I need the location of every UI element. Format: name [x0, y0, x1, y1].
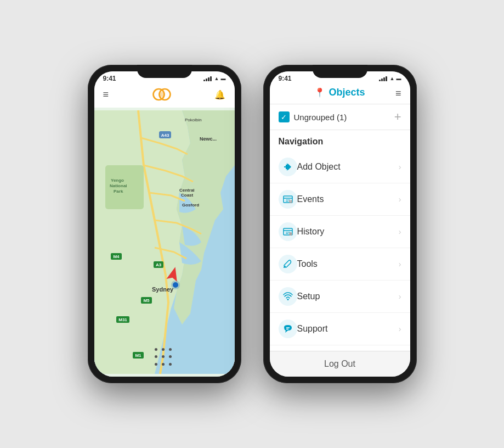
svg-text:Gosford: Gosford	[182, 203, 199, 208]
app-logo	[151, 87, 173, 102]
svg-text:M1: M1	[135, 353, 141, 358]
svg-text:Park: Park	[114, 189, 123, 194]
svg-point-46	[287, 299, 288, 300]
menu-screen: 9:41 ▲ ▬ 📍 Objects ≡ ✓ Ung	[270, 71, 410, 377]
nav-item-tools[interactable]: Tools ›	[270, 248, 410, 281]
objects-label: Objects	[329, 87, 365, 98]
svg-text:Coast: Coast	[181, 193, 194, 198]
ungrouped-checkbox[interactable]: ✓	[279, 111, 290, 122]
ungrouped-bar[interactable]: ✓ Ungrouped (1) +	[270, 104, 410, 130]
navigation-section-title: Navigation	[270, 130, 410, 151]
ungrouped-label: Ungrouped (1)	[294, 113, 347, 122]
events-label: Events	[297, 194, 399, 204]
svg-point-45	[289, 232, 292, 236]
svg-marker-34	[288, 164, 291, 170]
add-object-icon-wrap: +	[279, 158, 297, 176]
nav-item-events[interactable]: Events ›	[270, 183, 410, 216]
events-icon-wrap	[279, 190, 297, 209]
svg-text:M4: M4	[113, 254, 120, 259]
phone-menu: 9:41 ▲ ▬ 📍 Objects ≡ ✓ Ung	[263, 65, 417, 383]
setup-icon	[282, 291, 293, 302]
svg-text:A43: A43	[161, 133, 169, 138]
time-2: 9:41	[279, 75, 292, 82]
status-icons-1: ▲ ▬	[203, 76, 226, 81]
setup-label: Setup	[297, 292, 399, 301]
svg-text:Newc...: Newc...	[200, 136, 217, 142]
bell-icon[interactable]: 🔔	[214, 89, 225, 100]
nav-item-support[interactable]: Support ›	[270, 313, 410, 345]
chevron-add-object: ›	[399, 163, 401, 171]
add-object-label: Add Object	[297, 162, 399, 172]
notch	[137, 65, 192, 78]
events-icon	[282, 194, 293, 205]
support-icon-wrap	[279, 320, 297, 338]
home-dots	[155, 348, 174, 368]
add-object-icon: +	[282, 161, 293, 172]
time-1: 9:41	[103, 75, 116, 82]
tools-label: Tools	[297, 259, 399, 269]
nav-item-add-object[interactable]: + Add Object ›	[270, 151, 410, 183]
nav-list: + Add Object ›	[270, 151, 410, 351]
svg-point-2	[159, 92, 164, 97]
hamburger-icon[interactable]: ≡	[103, 89, 109, 100]
svg-text:Yengo: Yengo	[111, 178, 124, 183]
chevron-support: ›	[399, 324, 401, 333]
svg-text:A3: A3	[155, 262, 161, 267]
nav-item-my-account[interactable]: My account ›	[270, 345, 410, 351]
chevron-tools: ›	[399, 260, 401, 268]
wifi-icon-1: ▲	[214, 76, 219, 81]
nav-item-history[interactable]: History ›	[270, 216, 410, 248]
map-svg: Yengo National Park A43 A43 Pokolbin New…	[94, 108, 235, 377]
battery-icon-1: ▬	[221, 76, 226, 81]
location-pin-icon: 📍	[314, 87, 325, 98]
wifi-icon-2: ▲	[390, 76, 395, 81]
svg-text:M31: M31	[118, 317, 127, 322]
nav-item-setup[interactable]: Setup ›	[270, 281, 410, 313]
chevron-history: ›	[399, 227, 401, 236]
setup-icon-wrap	[279, 287, 297, 306]
phone-map: 9:41 ▲ ▬ ≡ 🔔	[88, 65, 241, 383]
status-icons-2: ▲ ▬	[379, 76, 401, 81]
svg-point-29	[171, 281, 180, 289]
notch-2	[313, 65, 367, 78]
svg-text:Sydney: Sydney	[152, 286, 174, 293]
svg-text:Pokolbin: Pokolbin	[185, 117, 202, 122]
battery-icon-2: ▬	[397, 76, 401, 81]
history-icon	[282, 226, 293, 237]
chevron-events: ›	[399, 195, 401, 204]
ungrouped-left: ✓ Ungrouped (1)	[279, 111, 347, 122]
logout-button[interactable]: Log Out	[270, 351, 410, 377]
add-group-button[interactable]: +	[394, 110, 401, 124]
tools-icon-wrap	[279, 255, 297, 273]
history-icon-wrap	[279, 222, 297, 241]
tools-icon	[282, 259, 293, 270]
objects-title: 📍 Objects	[314, 87, 365, 98]
svg-text:M5: M5	[143, 298, 150, 303]
signal-bars-2	[379, 76, 387, 81]
chevron-setup: ›	[399, 292, 401, 301]
support-icon	[282, 323, 293, 334]
support-label: Support	[297, 324, 399, 334]
hamburger-right-icon[interactable]: ≡	[395, 87, 401, 99]
history-label: History	[297, 227, 399, 237]
signal-bars-1	[203, 76, 212, 81]
map-view[interactable]: Yengo National Park A43 A43 Pokolbin New…	[94, 108, 235, 377]
svg-text:Central: Central	[179, 188, 195, 193]
svg-text:National: National	[110, 183, 127, 188]
